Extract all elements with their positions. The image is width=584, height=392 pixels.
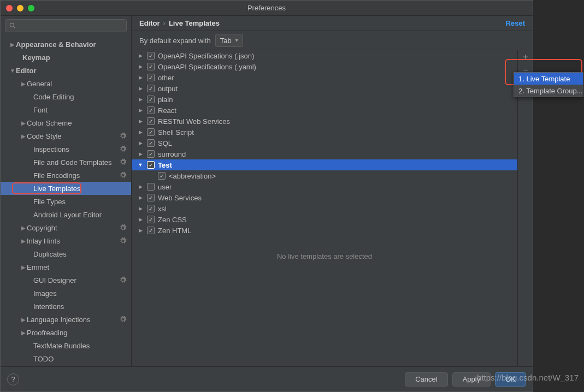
expand-arrow-icon — [9, 68, 16, 74]
sidebar-item-label: Live Templates — [33, 185, 131, 193]
sidebar-item[interactable]: File Encodings — [1, 169, 131, 182]
expand-arrow-icon — [137, 64, 144, 69]
sidebar-item[interactable]: File and Code Templates — [1, 156, 131, 169]
template-item[interactable]: Zen CSS — [132, 214, 517, 225]
sidebar-item-label: File Encodings — [33, 171, 119, 180]
sidebar-item[interactable]: Font — [1, 103, 131, 116]
sidebar-item[interactable]: GUI Designer — [1, 274, 131, 287]
sidebar: Appearance & BehaviorKeymapEditorGeneral… — [1, 16, 132, 366]
checkbox[interactable] — [147, 63, 155, 70]
expand-arrow-icon — [137, 86, 144, 91]
checkbox[interactable] — [147, 85, 155, 92]
expand-arrow-icon — [20, 133, 27, 139]
template-label: xsl — [158, 205, 167, 213]
sidebar-item[interactable]: Color Scheme — [1, 116, 131, 129]
sidebar-item[interactable]: Duplicates — [1, 247, 131, 260]
sidebar-item[interactable]: Inspections — [1, 142, 131, 156]
template-item[interactable]: Shell Script — [132, 127, 517, 138]
sidebar-item[interactable]: Code Style — [1, 129, 131, 142]
template-item[interactable]: xsl — [132, 203, 517, 214]
checkbox[interactable] — [147, 161, 155, 169]
chevron-right-icon: › — [163, 19, 166, 27]
checkbox[interactable] — [147, 227, 155, 234]
sidebar-item[interactable]: Copyright — [1, 221, 131, 234]
sidebar-item[interactable]: Language Injections — [1, 313, 131, 326]
template-item[interactable]: SQL — [132, 138, 517, 149]
sidebar-item[interactable]: Editor — [1, 64, 131, 77]
checkbox[interactable] — [147, 194, 155, 201]
sidebar-item[interactable]: Appearance & Behavior — [1, 38, 131, 51]
gear-icon — [119, 224, 127, 231]
checkbox[interactable] — [147, 205, 155, 212]
template-item[interactable]: OpenAPI Specifications (.yaml) — [132, 61, 517, 72]
apply-button[interactable]: Apply — [452, 372, 491, 387]
crumb-editor[interactable]: Editor — [139, 19, 160, 27]
sidebar-item[interactable]: Inlay Hints — [1, 234, 131, 247]
expand-arrow-icon — [137, 151, 144, 157]
sidebar-item[interactable]: Images — [1, 287, 131, 300]
checkbox[interactable] — [147, 117, 155, 125]
sidebar-item-label: TextMate Bundles — [33, 342, 131, 350]
gear-icon — [119, 276, 127, 284]
checkbox[interactable] — [147, 216, 155, 223]
popup-live-template[interactable]: 1. Live Template — [514, 73, 583, 85]
sidebar-item[interactable]: General — [1, 77, 131, 90]
checkbox[interactable] — [147, 74, 155, 81]
sidebar-item-label: File Types — [33, 198, 131, 206]
checkbox[interactable] — [147, 150, 155, 158]
template-item[interactable]: user — [132, 181, 517, 192]
sidebar-item-label: Android Layout Editor — [33, 211, 131, 219]
template-item[interactable]: React — [132, 105, 517, 116]
sidebar-item[interactable]: Emmet — [1, 260, 131, 274]
ok-button[interactable]: OK — [495, 372, 526, 387]
template-label: plain — [158, 96, 173, 104]
sidebar-item[interactable]: Code Editing — [1, 90, 131, 103]
sidebar-item[interactable]: File Types — [1, 195, 131, 208]
template-item[interactable]: Zen HTML — [132, 225, 517, 236]
sidebar-item[interactable]: Intentions — [1, 300, 131, 313]
search-input[interactable] — [5, 19, 127, 32]
template-item[interactable]: surround — [132, 149, 517, 159]
template-item[interactable]: <abbreviation> — [132, 170, 517, 181]
template-item[interactable]: other — [132, 72, 517, 83]
settings-tree[interactable]: Appearance & BehaviorKeymapEditorGeneral… — [1, 35, 131, 366]
checkbox[interactable] — [147, 128, 155, 136]
templates-list[interactable]: OpenAPI Specifications (.json)OpenAPI Sp… — [132, 50, 517, 366]
add-button[interactable]: ＋ — [521, 52, 530, 61]
expand-arrow-icon — [137, 195, 144, 200]
popup-template-group[interactable]: 2. Template Group... — [514, 85, 583, 97]
cancel-button[interactable]: Cancel — [405, 372, 447, 387]
template-label: other — [158, 74, 174, 82]
checkbox[interactable] — [158, 172, 166, 180]
expand-arrow-icon — [20, 120, 27, 126]
svg-line-1 — [14, 27, 15, 28]
template-item[interactable]: RESTful Web Services — [132, 116, 517, 127]
sidebar-item[interactable]: Live Templates — [1, 182, 131, 195]
template-item[interactable]: Web Services — [132, 192, 517, 203]
sidebar-item[interactable]: Keymap — [1, 51, 131, 64]
template-item[interactable]: OpenAPI Specifications (.json) — [132, 50, 517, 61]
checkbox[interactable] — [147, 183, 155, 191]
list-toolbar: ＋ － ⧉ ↶ — [517, 50, 533, 366]
template-item[interactable]: Test — [132, 159, 517, 170]
gear-icon — [119, 171, 127, 179]
checkbox[interactable] — [147, 139, 155, 147]
template-label: Zen CSS — [158, 216, 187, 224]
sidebar-item[interactable]: TextMate Bundles — [1, 339, 131, 352]
help-button[interactable]: ? — [7, 373, 19, 385]
sidebar-item[interactable]: Proofreading — [1, 326, 131, 339]
empty-message: No live templates are selected — [132, 236, 517, 277]
gear-icon — [119, 237, 127, 245]
expand-combo[interactable]: Tab — [215, 34, 243, 47]
checkbox[interactable] — [147, 106, 155, 114]
template-item[interactable]: output — [132, 83, 517, 94]
template-label: OpenAPI Specifications (.yaml) — [158, 63, 256, 71]
reset-link[interactable]: Reset — [506, 19, 525, 27]
expand-arrow-icon — [9, 41, 16, 47]
sidebar-item-label: Font — [33, 106, 131, 114]
checkbox[interactable] — [147, 96, 155, 103]
sidebar-item[interactable]: Android Layout Editor — [1, 208, 131, 221]
template-item[interactable]: plain — [132, 94, 517, 105]
sidebar-item[interactable]: TODO — [1, 352, 131, 365]
checkbox[interactable] — [147, 52, 155, 60]
